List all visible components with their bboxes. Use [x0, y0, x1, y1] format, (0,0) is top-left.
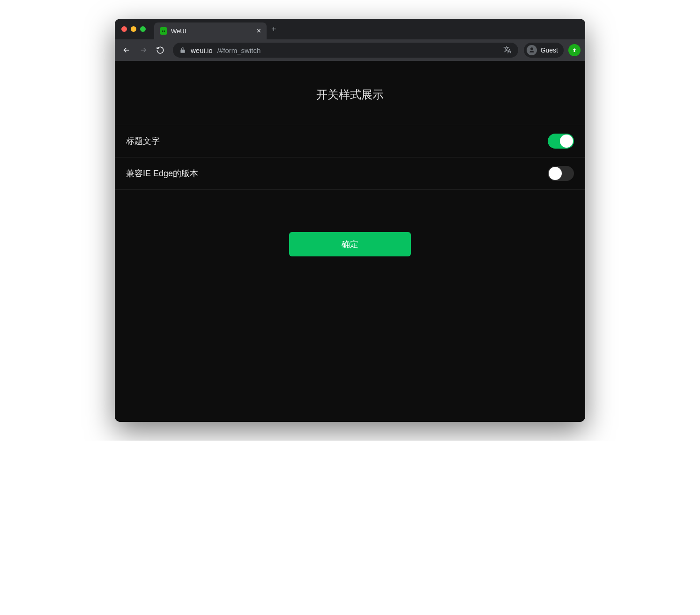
translate-icon[interactable]: [503, 45, 512, 55]
extension-button[interactable]: [568, 44, 581, 56]
switch-knob: [560, 135, 573, 148]
switch-toggle[interactable]: [548, 134, 574, 149]
switch-cell-ie-edge: 兼容IE Edge的版本: [115, 158, 585, 190]
switch-toggle[interactable]: [548, 166, 574, 181]
switch-list: 标题文字 兼容IE Edge的版本: [115, 125, 585, 190]
page-content: 开关样式展示 标题文字 兼容IE Edge的版本 确定: [115, 61, 585, 422]
switch-knob: [549, 167, 562, 180]
tab-title: WeUI: [171, 28, 253, 35]
arrow-left-icon: [122, 46, 131, 54]
browser-tab[interactable]: •• WeUI ×: [154, 22, 267, 39]
switch-cell-title-text: 标题文字: [115, 125, 585, 158]
address-bar[interactable]: weui.io/#form_switch: [173, 43, 518, 58]
url-host: weui.io: [191, 46, 213, 54]
close-icon[interactable]: ×: [257, 27, 261, 35]
page-title: 开关样式展示: [115, 87, 585, 102]
new-tab-button[interactable]: +: [271, 24, 276, 34]
person-icon: [527, 45, 537, 55]
profile-label: Guest: [541, 46, 558, 54]
window-close-button[interactable]: [121, 26, 127, 32]
cell-label: 标题文字: [126, 135, 160, 147]
window-controls: [121, 26, 146, 32]
url-path: /#form_switch: [217, 46, 261, 54]
cell-label: 兼容IE Edge的版本: [126, 168, 198, 179]
tab-bar: •• WeUI × +: [115, 19, 585, 39]
forward-button[interactable]: [136, 43, 150, 57]
reload-button[interactable]: [153, 43, 167, 57]
lock-icon: [179, 47, 186, 53]
submit-button[interactable]: 确定: [289, 232, 411, 256]
profile-button[interactable]: Guest: [524, 43, 564, 58]
window-minimize-button[interactable]: [131, 26, 136, 32]
back-button[interactable]: [119, 43, 134, 57]
button-area: 确定: [115, 190, 585, 256]
arrow-right-icon: [139, 46, 148, 54]
arrow-up-icon: [572, 47, 577, 53]
browser-toolbar: weui.io/#form_switch Guest: [115, 39, 585, 61]
wechat-icon: ••: [160, 27, 167, 35]
reload-icon: [156, 46, 164, 54]
browser-window: •• WeUI × + weui.io/#form_switch: [115, 19, 585, 422]
window-maximize-button[interactable]: [140, 26, 146, 32]
page-header: 开关样式展示: [115, 61, 585, 125]
